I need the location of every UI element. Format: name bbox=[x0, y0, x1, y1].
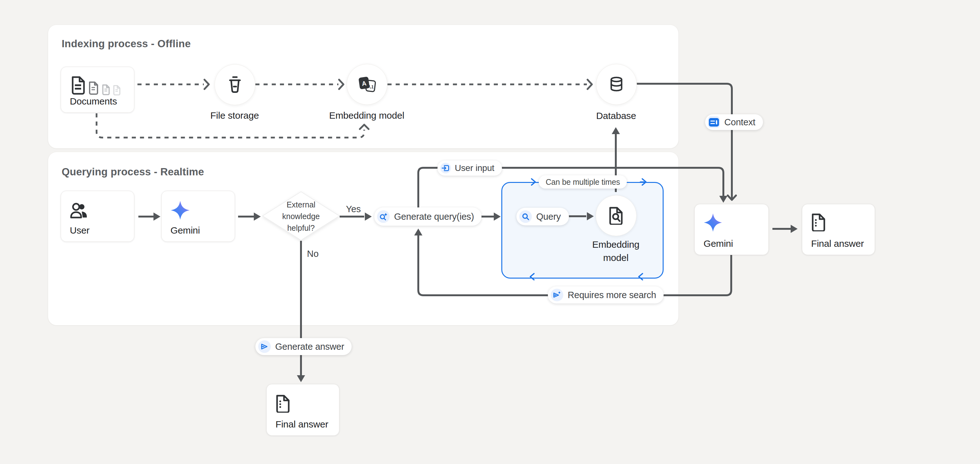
requires-more-label: Requires more search bbox=[568, 290, 656, 300]
context-label: Context bbox=[724, 117, 756, 128]
search-icon bbox=[519, 210, 532, 223]
context-pill: Context bbox=[705, 114, 763, 130]
gemini-right-label: Gemini bbox=[703, 238, 733, 249]
generate-queries-label: Generate query(ies) bbox=[394, 212, 474, 222]
embedding-model-offline-node: 0,1 A bbox=[347, 64, 387, 105]
arrowhead-finalanswer-right bbox=[791, 225, 798, 233]
decision-text: External knowledge helpful? bbox=[262, 199, 339, 234]
file-storage-label: File storage bbox=[188, 109, 282, 122]
query-pill: Query bbox=[516, 208, 569, 225]
file-storage-node bbox=[215, 64, 255, 105]
database-icon bbox=[609, 77, 624, 92]
database-label: Database bbox=[569, 109, 663, 123]
final-answer-right-label: Final answer bbox=[811, 238, 864, 249]
gemini-left-node: Gemini bbox=[161, 191, 235, 242]
documents-label: Documents bbox=[70, 96, 117, 107]
generate-answer-label: Generate answer bbox=[275, 341, 344, 352]
database-node bbox=[596, 64, 637, 105]
arrowhead-finalanswer-bottom bbox=[297, 375, 305, 382]
final-answer-bottom-node: Final answer bbox=[266, 384, 339, 436]
user-input-label: User input bbox=[455, 163, 495, 173]
translate-icon: 0,1 A bbox=[358, 76, 377, 93]
documents-icon bbox=[72, 76, 123, 97]
gemini-right-node: Gemini bbox=[694, 204, 768, 255]
article-icon bbox=[708, 116, 720, 128]
gemini-star-icon bbox=[703, 212, 723, 234]
arrowhead-gemini-right-userinput bbox=[719, 196, 727, 203]
yes-label: Yes bbox=[346, 204, 361, 214]
embedding-model-query-node bbox=[596, 195, 636, 236]
final-answer-right-node: Final answer bbox=[802, 204, 875, 255]
no-label: No bbox=[307, 249, 318, 259]
can-multiple-label: Can be multiple times bbox=[546, 177, 620, 187]
documents-node: Documents bbox=[61, 67, 134, 113]
generate-queries-pill: Generate query(ies) bbox=[374, 207, 482, 226]
final-answer-bottom-label: Final answer bbox=[275, 419, 328, 430]
querying-title: Querying process - Realtime bbox=[62, 166, 204, 178]
embedding-model-offline-label: Embedding model bbox=[320, 109, 414, 122]
doc-search-icon bbox=[609, 207, 624, 225]
can-multiple-pill: Can be multiple times bbox=[539, 175, 627, 188]
arrowhead-context-chevron bbox=[728, 196, 736, 200]
user-node: User bbox=[61, 191, 134, 242]
indexing-title: Indexing process - Offline bbox=[62, 38, 191, 50]
enter-icon bbox=[440, 163, 451, 174]
rag-architecture-diagram: Indexing process - Offline Querying proc… bbox=[0, 0, 980, 464]
embedding-model-query-label: Embedding model bbox=[569, 238, 663, 265]
doc-list-icon bbox=[811, 213, 826, 233]
user-input-pill: User input bbox=[438, 161, 502, 175]
bucket-icon bbox=[227, 75, 243, 94]
doc-list-icon bbox=[275, 394, 291, 414]
query-label: Query bbox=[536, 212, 561, 222]
user-label: User bbox=[70, 225, 90, 236]
search-spark-icon bbox=[377, 210, 390, 223]
gemini-left-label: Gemini bbox=[170, 225, 200, 236]
user-icon bbox=[70, 202, 89, 221]
gemini-star-icon bbox=[170, 200, 191, 222]
generate-answer-pill: Generate answer bbox=[255, 338, 352, 355]
embedding-a-text: A bbox=[361, 80, 367, 87]
send-icon bbox=[258, 340, 271, 353]
send-spark-icon bbox=[551, 289, 563, 301]
requires-more-pill: Requires more search bbox=[548, 287, 663, 303]
